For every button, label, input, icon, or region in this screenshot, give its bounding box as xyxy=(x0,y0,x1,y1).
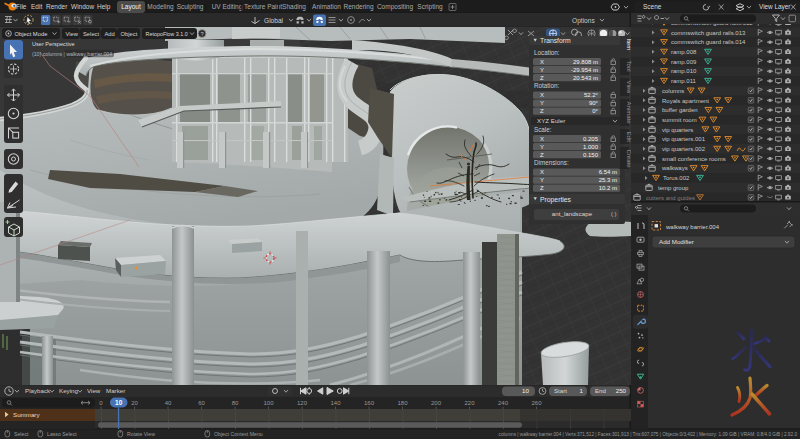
svg-text:summit room: summit room xyxy=(662,117,697,123)
svg-text:Y: Y xyxy=(540,100,544,106)
svg-text:260: 260 xyxy=(531,400,542,406)
svg-text:Z: Z xyxy=(540,108,544,114)
svg-text:160: 160 xyxy=(364,400,375,406)
svg-text:Scene: Scene xyxy=(643,3,662,10)
svg-text:Rotate View: Rotate View xyxy=(127,431,155,437)
svg-text:100: 100 xyxy=(263,400,274,406)
svg-text:90°: 90° xyxy=(589,100,599,106)
svg-text:Animation: Animation xyxy=(312,3,341,10)
svg-text:Sculpting: Sculpting xyxy=(177,3,204,11)
svg-text:120: 120 xyxy=(297,400,308,406)
svg-text:29.808 m: 29.808 m xyxy=(573,59,598,65)
svg-text:File: File xyxy=(16,3,27,10)
svg-text:Start: Start xyxy=(554,387,567,394)
svg-text:Keying: Keying xyxy=(59,387,78,394)
svg-text:Global: Global xyxy=(264,17,284,24)
svg-text:-29.954 m: -29.954 m xyxy=(571,67,598,73)
svg-text:Object Context Menu: Object Context Menu xyxy=(214,431,263,437)
svg-text:10: 10 xyxy=(115,399,123,406)
svg-text:Add: Add xyxy=(105,31,115,37)
svg-text:0.205: 0.205 xyxy=(583,136,599,142)
svg-text:X: X xyxy=(540,59,544,65)
svg-text:Royals apartment: Royals apartment xyxy=(662,98,709,104)
svg-text:220: 220 xyxy=(464,400,475,406)
svg-text:( ): ( ) xyxy=(611,211,617,217)
svg-text:10.2 m: 10.2 m xyxy=(599,185,617,191)
svg-text:52.2°: 52.2° xyxy=(584,92,599,98)
svg-text:buffer garden: buffer garden xyxy=(662,107,698,113)
svg-text:small conference rooms: small conference rooms xyxy=(662,156,726,162)
svg-text:Z: Z xyxy=(540,185,544,191)
svg-text:Marker: Marker xyxy=(106,387,125,394)
svg-text:80: 80 xyxy=(232,400,239,406)
svg-text:ramp.011: ramp.011 xyxy=(671,78,697,84)
svg-text:ant_landscape: ant_landscape xyxy=(552,210,593,217)
svg-text:walkway barrier.004: walkway barrier.004 xyxy=(665,224,720,230)
svg-text:Y: Y xyxy=(540,177,544,183)
svg-text:vip quarters.002: vip quarters.002 xyxy=(662,146,706,152)
svg-text:250: 250 xyxy=(616,387,627,394)
svg-text:ramp.009: ramp.009 xyxy=(671,59,697,65)
svg-text:Window: Window xyxy=(71,3,94,10)
svg-text:(10) columns | walkway barrier: (10) columns | walkway barrier.004 xyxy=(32,51,112,57)
svg-text:Rendering: Rendering xyxy=(344,3,374,11)
svg-text:RetopoFlow 3.1.0: RetopoFlow 3.1.0 xyxy=(146,31,188,37)
svg-text:User Perspective: User Perspective xyxy=(32,41,75,47)
svg-text:vip quarters: vip quarters xyxy=(662,127,693,133)
svg-text:Scripting: Scripting xyxy=(417,3,443,11)
svg-text:ramp.010: ramp.010 xyxy=(671,68,697,74)
svg-text:Object: Object xyxy=(121,31,138,37)
svg-text:180: 180 xyxy=(397,400,408,406)
svg-text:40: 40 xyxy=(165,400,172,406)
svg-text:20: 20 xyxy=(131,400,138,406)
svg-text:temp group: temp group xyxy=(658,185,689,191)
svg-text:0°: 0° xyxy=(592,108,598,114)
svg-text:vip quarters.001: vip quarters.001 xyxy=(662,136,706,142)
svg-text:200: 200 xyxy=(431,400,442,406)
svg-text:View Layer: View Layer xyxy=(759,3,791,11)
svg-text:XYZ Euler: XYZ Euler xyxy=(537,117,565,124)
svg-text:Dimensions:: Dimensions: xyxy=(534,159,569,166)
svg-text:Properties: Properties xyxy=(540,196,572,204)
svg-text:Z: Z xyxy=(540,75,544,81)
svg-text:X: X xyxy=(540,169,544,175)
svg-text:Render: Render xyxy=(46,3,68,10)
svg-text:Rotation:: Rotation: xyxy=(534,82,559,89)
svg-text:Options: Options xyxy=(572,17,595,25)
svg-text:Select: Select xyxy=(83,31,100,37)
svg-text:columns | walkway barrier.004: columns | walkway barrier.004 | Verts:37… xyxy=(499,432,798,437)
svg-text:10: 10 xyxy=(522,387,529,394)
svg-text:140: 140 xyxy=(330,400,341,406)
svg-text:View: View xyxy=(87,387,101,394)
svg-text:View: View xyxy=(66,31,79,37)
svg-text:6.54 m: 6.54 m xyxy=(599,169,617,175)
svg-text:cutters and guides: cutters and guides xyxy=(646,195,695,201)
svg-text:Edit: Edit xyxy=(31,3,42,10)
svg-text:Transform: Transform xyxy=(540,37,571,44)
svg-text:1.000: 1.000 xyxy=(583,144,599,150)
svg-text:Torus.002: Torus.002 xyxy=(663,175,690,181)
svg-text:Help: Help xyxy=(97,3,111,11)
svg-text:60: 60 xyxy=(198,400,205,406)
svg-text:ramp.008: ramp.008 xyxy=(671,49,697,55)
svg-text:Modeling: Modeling xyxy=(147,3,174,11)
svg-text:0.150: 0.150 xyxy=(583,152,599,158)
svg-text:240: 240 xyxy=(498,400,509,406)
svg-text:Layout: Layout xyxy=(121,3,141,11)
svg-text:walkways: walkways xyxy=(661,165,688,171)
svg-text:Y: Y xyxy=(540,144,544,150)
svg-text:25.3 m: 25.3 m xyxy=(599,177,617,183)
svg-text:Location:: Location: xyxy=(534,49,560,56)
svg-text:Z: Z xyxy=(540,152,544,158)
svg-text:Compositing: Compositing xyxy=(377,3,414,11)
svg-text:Object Mode: Object Mode xyxy=(15,31,48,37)
svg-text:Playback: Playback xyxy=(25,387,51,394)
svg-text:commswitch guard rails.013: commswitch guard rails.013 xyxy=(671,30,746,36)
svg-text:Texture Paint: Texture Paint xyxy=(244,3,282,10)
svg-text:columns: columns xyxy=(662,88,684,94)
svg-text:End: End xyxy=(595,387,606,394)
svg-text:20.543 m: 20.543 m xyxy=(573,75,598,81)
svg-text:Select: Select xyxy=(14,431,29,437)
svg-text:Lasso Select: Lasso Select xyxy=(47,431,77,437)
svg-text:Y: Y xyxy=(540,67,544,73)
